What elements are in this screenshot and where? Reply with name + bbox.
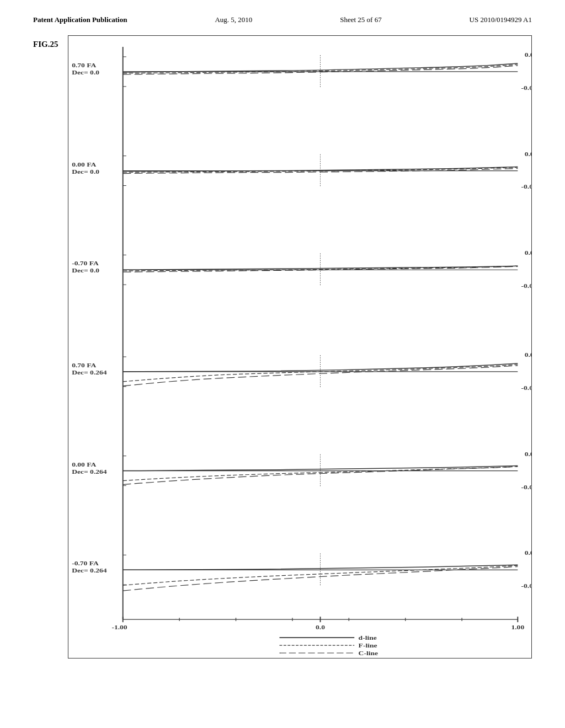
main-content: FIG.25 0.02 -0.02 0.70 FA Dec= 0.0 (0, 30, 565, 670)
svg-text:0.02: 0.02 (525, 151, 531, 157)
svg-text:Dec= 0.0: Dec= 0.0 (72, 168, 99, 175)
svg-text:0.00 FA: 0.00 FA (72, 461, 96, 468)
figure-label: FIG.25 (33, 40, 63, 659)
page-header: Patent Application Publication Aug. 5, 2… (0, 0, 565, 30)
svg-text:Dec= 0.264: Dec= 0.264 (72, 468, 106, 475)
svg-text:0.02: 0.02 (525, 550, 531, 556)
svg-text:-0.70 FA: -0.70 FA (72, 560, 99, 567)
svg-text:-0.02: -0.02 (521, 84, 531, 91)
svg-text:0.00 FA: 0.00 FA (72, 161, 96, 168)
chart-area: 0.02 -0.02 0.70 FA Dec= 0.0 0.02 -0.02 0… (68, 35, 532, 659)
header-publication: Patent Application Publication (33, 15, 127, 24)
svg-text:0.02: 0.02 (525, 250, 531, 256)
svg-text:-0.02: -0.02 (521, 184, 531, 190)
svg-text:C-line: C-line (359, 650, 379, 656)
svg-text:d-line: d-line (359, 634, 377, 641)
header-date: Aug. 5, 2010 (215, 15, 252, 24)
svg-text:F-line: F-line (359, 642, 377, 649)
svg-text:0.0: 0.0 (316, 624, 325, 630)
svg-text:-0.02: -0.02 (521, 282, 531, 289)
header-sheet: Sheet 25 of 67 (340, 15, 381, 24)
svg-text:0.70 FA: 0.70 FA (72, 62, 96, 68)
svg-text:-0.02: -0.02 (521, 384, 531, 391)
svg-text:-0.70 FA: -0.70 FA (72, 260, 99, 266)
header-patent: US 2010/0194929 A1 (470, 15, 532, 24)
svg-text:-1.00: -1.00 (111, 624, 127, 630)
svg-text:-0.02: -0.02 (521, 582, 531, 589)
svg-text:0.02: 0.02 (525, 51, 531, 58)
svg-text:Dec= 0.264: Dec= 0.264 (72, 567, 106, 574)
svg-text:-0.02: -0.02 (521, 484, 531, 490)
svg-text:Dec= 0.0: Dec= 0.0 (72, 267, 99, 274)
svg-text:1.00: 1.00 (511, 624, 524, 630)
chart-svg: 0.02 -0.02 0.70 FA Dec= 0.0 0.02 -0.02 0… (68, 36, 531, 658)
svg-text:0.70 FA: 0.70 FA (72, 362, 96, 368)
svg-text:Dec= 0.0: Dec= 0.0 (72, 69, 99, 76)
svg-text:0.02: 0.02 (525, 351, 531, 358)
svg-text:0.02: 0.02 (525, 451, 531, 457)
svg-text:Dec= 0.264: Dec= 0.264 (72, 369, 106, 376)
